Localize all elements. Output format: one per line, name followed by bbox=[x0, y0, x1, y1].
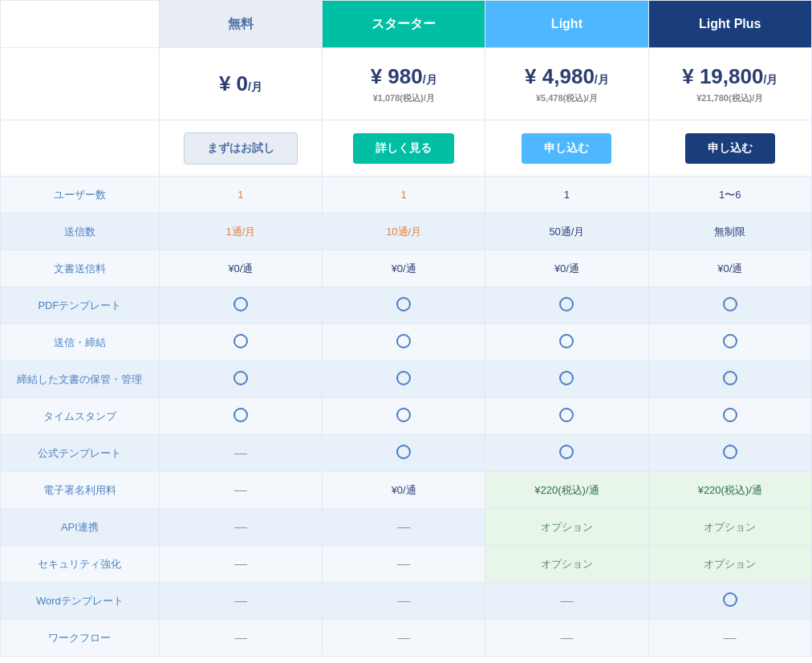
feature-lightplus-5 bbox=[648, 361, 811, 398]
feature-row-11: Wordテンプレート——— bbox=[1, 583, 812, 620]
feature-starter-2: ¥0/通 bbox=[323, 250, 485, 287]
feature-row-5: 締結した文書の保管・管理 bbox=[1, 361, 812, 398]
feature-light-12: — bbox=[485, 620, 648, 657]
feature-light-2: ¥0/通 bbox=[485, 250, 648, 287]
circle-icon bbox=[723, 445, 737, 459]
feature-light-1: 50通/月 bbox=[485, 214, 648, 250]
feature-starter-9: — bbox=[323, 509, 485, 546]
price-light-main: ¥ 4,980 bbox=[525, 64, 595, 88]
btn-starter[interactable]: 詳しく見る bbox=[353, 133, 454, 164]
price-light-unit: /月 bbox=[595, 73, 609, 86]
circle-icon bbox=[233, 297, 248, 311]
btn-lightplus[interactable]: 申し込む bbox=[685, 133, 775, 164]
col-free-header: 無料 bbox=[159, 1, 322, 48]
feature-starter-6 bbox=[323, 398, 485, 435]
dash-icon: — bbox=[397, 520, 410, 534]
feature-label-1: 送信数 bbox=[1, 214, 160, 250]
circle-icon bbox=[559, 334, 574, 348]
feature-lightplus-1: 無制限 bbox=[648, 214, 811, 250]
feature-lightplus-9: オプション bbox=[648, 509, 811, 546]
feature-starter-7 bbox=[323, 435, 485, 472]
dash-icon: — bbox=[234, 631, 247, 645]
feature-light-6 bbox=[485, 398, 648, 435]
feature-lightplus-6 bbox=[648, 398, 811, 435]
circle-icon bbox=[723, 334, 737, 348]
circle-icon bbox=[559, 371, 574, 385]
feature-starter-8: ¥0/通 bbox=[323, 472, 485, 509]
price-starter-unit: /月 bbox=[423, 73, 437, 86]
dash-icon: — bbox=[724, 631, 737, 645]
price-free: ¥ 0/月 bbox=[160, 71, 322, 96]
circle-icon bbox=[723, 592, 737, 607]
feature-value: ¥0/通 bbox=[228, 262, 253, 275]
circle-icon bbox=[233, 371, 248, 385]
dash-icon: — bbox=[397, 557, 410, 571]
feature-starter-1: 10通/月 bbox=[323, 214, 485, 250]
circle-icon bbox=[396, 408, 411, 422]
feature-lightplus-7 bbox=[648, 435, 811, 472]
feature-light-10: オプション bbox=[485, 546, 648, 583]
header-row: 無料 スターター Light Light Plus bbox=[1, 1, 812, 48]
option-text: オプション bbox=[704, 558, 756, 570]
button-label-cell bbox=[1, 120, 160, 177]
feature-light-11: — bbox=[485, 583, 648, 620]
dash-icon: — bbox=[397, 594, 410, 608]
price-lightplus-main: ¥ 19,800 bbox=[682, 64, 763, 88]
feature-row-7: 公式テンプレート— bbox=[1, 435, 812, 472]
feature-row-8: 電子署名利用料—¥0/通¥220(税込)/通¥220(税込)/通 bbox=[1, 472, 812, 509]
dash-icon: — bbox=[560, 594, 573, 608]
circle-icon bbox=[723, 408, 737, 422]
circle-icon bbox=[559, 297, 574, 311]
feature-lightplus-4 bbox=[648, 324, 811, 361]
feature-free-11: — bbox=[159, 583, 322, 620]
price-light-tax: ¥5,478(税込)/月 bbox=[485, 92, 648, 104]
feature-starter-3 bbox=[323, 287, 485, 324]
feature-light-9: オプション bbox=[485, 509, 648, 546]
price-free-cell: ¥ 0/月 bbox=[159, 48, 322, 120]
feature-label-11: Wordテンプレート bbox=[1, 583, 160, 620]
price-free-main: ¥ 0 bbox=[219, 71, 248, 96]
feature-value: 1 bbox=[238, 189, 243, 201]
feature-starter-11: — bbox=[323, 583, 485, 620]
feature-free-10: — bbox=[159, 546, 322, 583]
button-starter-cell: 詳しく見る bbox=[323, 120, 485, 177]
circle-icon bbox=[396, 371, 411, 385]
feature-value: ¥220(税込)/通 bbox=[534, 484, 599, 496]
feature-row-1: 送信数1通/月10通/月50通/月無制限 bbox=[1, 214, 812, 250]
feature-free-3 bbox=[159, 287, 322, 324]
price-light: ¥ 4,980/月 ¥5,478(税込)/月 bbox=[485, 64, 648, 104]
feature-free-6 bbox=[159, 398, 322, 435]
col-light-header: Light bbox=[485, 1, 648, 48]
price-starter-cell: ¥ 980/月 ¥1,078(税込)/月 bbox=[323, 48, 485, 120]
feature-value: 50通/月 bbox=[549, 226, 584, 238]
dash-icon: — bbox=[234, 520, 247, 534]
price-lightplus: ¥ 19,800/月 ¥21,780(税込)/月 bbox=[649, 64, 811, 104]
price-lightplus-unit: /月 bbox=[763, 73, 777, 86]
feature-free-12: — bbox=[159, 620, 322, 657]
feature-lightplus-10: オプション bbox=[648, 546, 811, 583]
dash-icon: — bbox=[397, 631, 410, 645]
feature-label-6: タイムスタンプ bbox=[1, 398, 160, 435]
feature-label-0: ユーザー数 bbox=[1, 177, 160, 214]
feature-starter-5 bbox=[323, 361, 485, 398]
feature-value: ¥0/通 bbox=[392, 262, 416, 275]
feature-lightplus-0: 1〜6 bbox=[648, 177, 811, 214]
btn-free[interactable]: まずはお試し bbox=[184, 132, 298, 165]
feature-label-9: API連携 bbox=[1, 509, 160, 546]
feature-free-4 bbox=[159, 324, 322, 361]
feature-light-0: 1 bbox=[485, 177, 648, 214]
price-light-cell: ¥ 4,980/月 ¥5,478(税込)/月 bbox=[485, 48, 648, 120]
feature-row-3: PDFテンプレート bbox=[1, 287, 812, 324]
feature-starter-12: — bbox=[323, 620, 485, 657]
btn-light[interactable]: 申し込む bbox=[522, 133, 611, 164]
button-lightplus-cell: 申し込む bbox=[648, 120, 811, 177]
feature-light-3 bbox=[485, 287, 648, 324]
feature-value: ¥0/通 bbox=[392, 484, 416, 496]
feature-lightplus-3 bbox=[648, 287, 811, 324]
feature-label-12: ワークフロー bbox=[1, 620, 160, 657]
button-light-cell: 申し込む bbox=[485, 120, 648, 177]
price-starter: ¥ 980/月 ¥1,078(税込)/月 bbox=[323, 64, 485, 104]
price-free-unit: /月 bbox=[248, 80, 262, 93]
button-row: まずはお試し 詳しく見る 申し込む 申し込む bbox=[1, 120, 812, 177]
feature-free-9: — bbox=[159, 509, 322, 546]
